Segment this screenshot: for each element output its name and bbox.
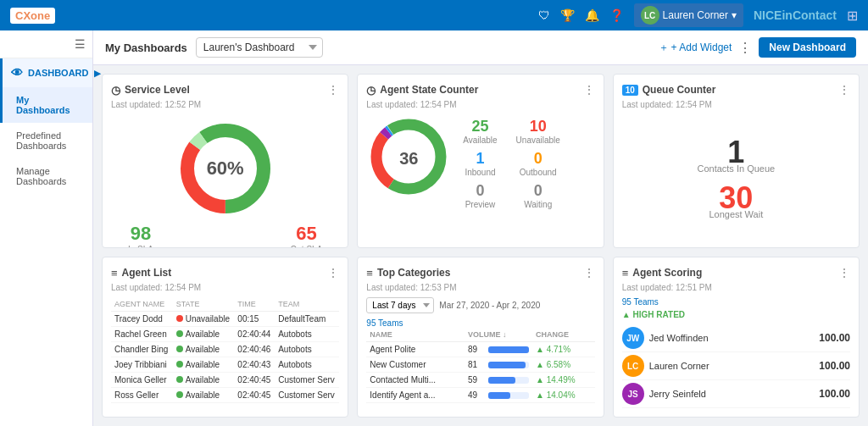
- queue-counter-updated: Last updated: 12:54 PM: [622, 100, 850, 109]
- inbound-stat: 1 Inbound: [458, 150, 502, 177]
- top-categories-header: ≡ Top Categories ⋮: [366, 266, 594, 279]
- tc-volume-cell: 49: [465, 388, 532, 403]
- manage-dashboards-label: Manage Dashboards: [16, 166, 84, 186]
- status-dot: [176, 376, 183, 383]
- sidebar-item-predefined[interactable]: Predefined Dashboards: [0, 123, 92, 158]
- agent-scoring-name: Jerry Seinfeld: [649, 389, 815, 399]
- top-categories-teams-link[interactable]: 95 Teams: [366, 318, 594, 328]
- agent-scoring-high-rated-label: ▲ HIGH RATED: [622, 310, 850, 319]
- dashboard-selector[interactable]: Lauren's Dashboard: [196, 37, 323, 58]
- sidebar: ☰ 👁 DASHBOARD ▶ My Dashboards Predefined…: [0, 30, 93, 426]
- preview-stat: 0 Preview: [458, 182, 502, 209]
- list3-icon: ≡: [622, 267, 629, 279]
- agent-scoring-score: 100.00: [819, 332, 850, 344]
- top-nav-left: CXone: [10, 8, 55, 24]
- agent-name-cell: Monica Geller: [111, 373, 173, 388]
- queue-counter-body: 1 Contacts In Queue 30 Longest Wait: [622, 114, 850, 239]
- hamburger-icon[interactable]: ☰: [75, 37, 86, 51]
- status-dot: [176, 361, 183, 368]
- sidebar-item-manage[interactable]: Manage Dashboards: [0, 158, 92, 194]
- top-categories-filter-row: Last 7 days Mar 27, 2020 - Apr 2, 2020: [366, 297, 594, 313]
- top-categories-options[interactable]: ⋮: [583, 266, 595, 279]
- agent-scoring-name: Lauren Corner: [649, 361, 815, 371]
- bell-icon[interactable]: 🔔: [585, 8, 599, 22]
- tc-change-cell: ▲ 14.04%: [532, 388, 595, 403]
- tc-name-cell: New Customer: [366, 357, 465, 373]
- service-level-stats: 98 In SLA 65 Out SLA: [111, 223, 339, 248]
- agent-team-cell: Autobots: [275, 357, 339, 373]
- my-dashboards-label: My Dashboards: [16, 95, 84, 115]
- add-widget-button[interactable]: ＋ + Add Widget: [659, 41, 732, 55]
- agent-scoring-teams-link[interactable]: 95 Teams: [622, 297, 850, 307]
- agent-state-cell: Available: [173, 357, 235, 373]
- inbound-value: 1: [458, 150, 502, 168]
- longest-wait-section: 30 Longest Wait: [709, 180, 763, 219]
- agent-state-options[interactable]: ⋮: [583, 83, 595, 97]
- time-col-header: TIME: [234, 297, 275, 312]
- sidebar-item-dashboard[interactable]: 👁 DASHBOARD ▶: [0, 58, 92, 87]
- queue-counter-options[interactable]: ⋮: [838, 83, 850, 97]
- tc-change-cell: ▲ 6.58%: [532, 357, 595, 373]
- agent-list-row: Joey Tribbiani Available 02:40:43 Autobo…: [111, 357, 339, 373]
- tc-row: Agent Polite 89 ▲ 4.71%: [366, 342, 594, 357]
- apps-grid-icon[interactable]: ⊞: [847, 8, 858, 24]
- top-categories-table: NAME VOLUME ↓ CHANGE Agent Polite 89 ▲ 4…: [366, 328, 594, 403]
- main-content: My Dashboards Lauren's Dashboard ＋ + Add…: [93, 30, 868, 426]
- agent-scoring-title: ≡ Agent Scoring: [622, 267, 703, 279]
- top-categories-filter-select[interactable]: Last 7 days: [366, 297, 434, 313]
- user-menu-button[interactable]: LC Lauren Corner ▾: [634, 3, 743, 27]
- longest-wait-label: Longest Wait: [709, 209, 763, 219]
- agent-state-header: ◷ Agent State Counter ⋮: [366, 83, 594, 97]
- service-level-options[interactable]: ⋮: [327, 83, 339, 97]
- in-sla-label: In SLA: [128, 245, 153, 248]
- tc-row: Identify Agent a... 49 ▲ 14.04%: [366, 388, 594, 403]
- agent-scoring-rows: JW Jed Woffinden 100.00 LC Lauren Corner…: [622, 324, 850, 408]
- trophy-icon[interactable]: 🏆: [560, 8, 575, 22]
- help-icon[interactable]: ❓: [609, 8, 624, 22]
- dashboard-actions: ＋ + Add Widget ⋮ New Dashboard: [659, 37, 856, 58]
- agent-state-cell: Unavailable: [173, 312, 235, 327]
- predefined-dashboards-label: Predefined Dashboards: [16, 130, 84, 151]
- in-sla-stat: 98 In SLA: [128, 223, 153, 248]
- agent-state-body: 36 25 Available 10 Unavailable 1: [366, 114, 594, 209]
- status-dot: [176, 391, 183, 398]
- widget-grid: ◷ Service Level ⋮ Last updated: 12:52 PM: [93, 65, 868, 426]
- unavailable-label: Unavailable: [516, 136, 560, 145]
- agent-time-cell: 02:40:45: [234, 373, 275, 388]
- sidebar-toggle-area: ☰: [0, 30, 92, 58]
- top-nav: CXone 🛡 🏆 🔔 ❓ LC Lauren Corner ▾ NICEinC…: [0, 0, 868, 30]
- shield-icon[interactable]: 🛡: [538, 8, 550, 22]
- contacts-in-queue-label: Contacts In Queue: [697, 163, 775, 174]
- preview-value: 0: [458, 182, 502, 200]
- agent-state-updated: Last updated: 12:54 PM: [366, 100, 594, 109]
- clock2-icon: ◷: [366, 84, 376, 97]
- dashboard-options-button[interactable]: ⋮: [738, 40, 752, 56]
- agent-state-donut-area: 36: [366, 114, 451, 202]
- agent-scoring-score: 100.00: [819, 388, 850, 400]
- agent-time-cell: 02:40:44: [234, 327, 275, 342]
- agent-avatar: LC: [622, 355, 644, 377]
- tc-name-cell: Identify Agent a...: [366, 388, 465, 403]
- agent-state-cell: Available: [173, 373, 235, 388]
- tc-change-cell: ▲ 14.49%: [532, 373, 595, 388]
- list2-icon: ≡: [366, 267, 373, 279]
- agent-time-cell: 00:15: [234, 312, 275, 327]
- agent-list-row: Tracey Dodd Unavailable 00:15 DefaultTea…: [111, 312, 339, 327]
- agent-name-cell: Chandler Bing: [111, 342, 173, 357]
- agent-time-cell: 02:40:45: [234, 388, 275, 403]
- cx-logo: CXone: [10, 8, 55, 24]
- queue-counter-header: 10 Queue Counter ⋮: [622, 83, 850, 97]
- tc-row: New Customer 81 ▲ 6.58%: [366, 357, 594, 373]
- agent-scoring-options[interactable]: ⋮: [838, 266, 850, 279]
- agent-list-updated: Last updated: 12:54 PM: [111, 283, 339, 292]
- agent-list-options[interactable]: ⋮: [327, 266, 339, 279]
- tc-change-col: CHANGE: [532, 328, 595, 342]
- new-dashboard-button[interactable]: New Dashboard: [759, 37, 856, 58]
- tc-name-cell: Contacted Multi...: [366, 373, 465, 388]
- top-categories-date-range: Mar 27, 2020 - Apr 2, 2020: [439, 301, 540, 310]
- tc-volume-col: VOLUME ↓: [465, 328, 532, 342]
- add-widget-label: + Add Widget: [671, 41, 732, 53]
- preview-label: Preview: [458, 200, 502, 209]
- top-categories-title: ≡ Top Categories: [366, 267, 450, 279]
- sidebar-item-my-dashboards[interactable]: My Dashboards: [0, 87, 92, 123]
